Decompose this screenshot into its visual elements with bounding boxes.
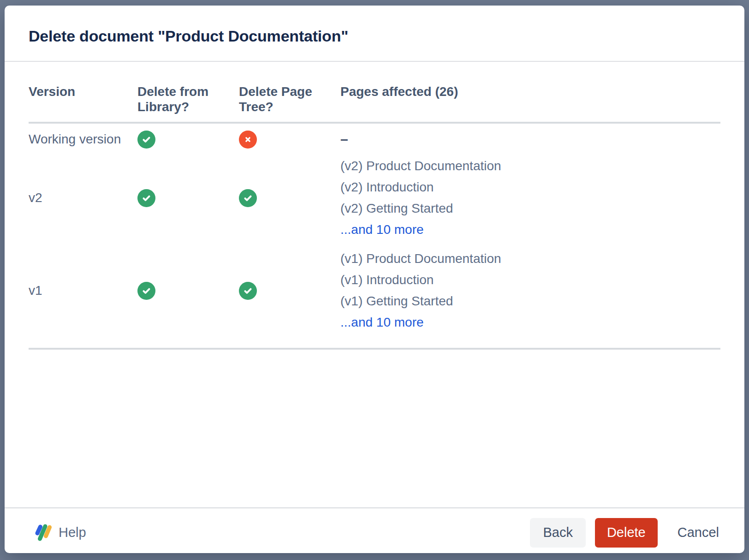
- table-row-v1: v1 (v1) Product Documentation (v1) Intro…: [29, 248, 720, 333]
- version-label: v1: [29, 283, 137, 298]
- help-label: Help: [59, 525, 86, 540]
- page-item: (v1) Product Documentation: [340, 248, 720, 269]
- dialog-body: Version Delete from Library? Delete Page…: [5, 62, 744, 507]
- dialog-footer: Help Back Delete Cancel: [5, 507, 744, 553]
- check-icon: [137, 189, 155, 207]
- app-logo-slashes-icon: [34, 524, 52, 542]
- dialog-header: Delete document "Product Documentation": [5, 6, 744, 61]
- back-button[interactable]: Back: [530, 518, 585, 548]
- table-header-row: Version Delete from Library? Delete Page…: [29, 62, 720, 124]
- cancel-button[interactable]: Cancel: [665, 518, 731, 548]
- page-item: (v2) Getting Started: [340, 198, 720, 219]
- check-icon: [137, 131, 155, 149]
- pages-affected-list: (v1) Product Documentation (v1) Introduc…: [340, 248, 720, 333]
- page-item: (v2) Product Documentation: [340, 155, 720, 177]
- column-header-delete-page-tree: Delete Page Tree?: [239, 84, 340, 114]
- help-button[interactable]: Help: [34, 524, 86, 542]
- page-item: (v1) Getting Started: [340, 291, 720, 312]
- check-icon: [239, 189, 257, 207]
- version-label: v2: [29, 191, 137, 205]
- column-header-delete-from-library: Delete from Library?: [137, 84, 239, 114]
- table-row-v2: v2 (v2) Product Documentation (v2) Intro…: [29, 155, 720, 240]
- pages-affected-list: (v2) Product Documentation (v2) Introduc…: [340, 155, 720, 240]
- table-row-working-version: Working version –: [29, 130, 720, 149]
- check-icon: [137, 282, 155, 300]
- column-header-version: Version: [29, 84, 137, 114]
- check-icon: [239, 282, 257, 300]
- page-item: (v1) Introduction: [340, 269, 720, 291]
- delete-document-dialog: Delete document "Product Documentation" …: [5, 6, 744, 553]
- cross-icon: [239, 131, 257, 149]
- table-bottom-divider: [29, 348, 720, 350]
- version-label: Working version: [29, 132, 137, 147]
- delete-button[interactable]: Delete: [595, 518, 658, 548]
- page-item: (v2) Introduction: [340, 177, 720, 198]
- dialog-title: Delete document "Product Documentation": [29, 26, 720, 46]
- column-header-pages-affected: Pages affected (26): [340, 84, 720, 114]
- show-more-pages-link[interactable]: ...and 10 more: [340, 219, 424, 240]
- show-more-pages-link[interactable]: ...and 10 more: [340, 312, 424, 333]
- pages-affected-empty: –: [340, 131, 720, 147]
